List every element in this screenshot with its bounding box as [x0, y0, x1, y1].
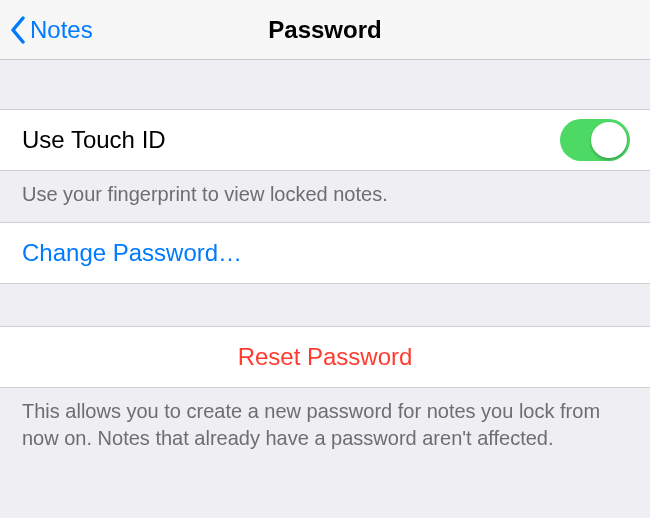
touch-id-footer: Use your fingerprint to view locked note… — [0, 171, 650, 222]
reset-password-row[interactable]: Reset Password — [0, 326, 650, 388]
change-password-row[interactable]: Change Password… — [0, 222, 650, 284]
section-spacer — [0, 60, 650, 109]
reset-password-footer: This allows you to create a new password… — [0, 388, 650, 466]
back-button-label: Notes — [30, 16, 93, 44]
section-spacer — [0, 284, 650, 326]
change-password-label: Change Password… — [22, 239, 242, 267]
touch-id-label: Use Touch ID — [22, 126, 560, 154]
navigation-bar: Notes Password — [0, 0, 650, 60]
touch-id-switch[interactable] — [560, 119, 630, 161]
chevron-left-icon — [10, 16, 26, 44]
reset-password-label: Reset Password — [22, 343, 628, 371]
switch-knob — [591, 122, 627, 158]
back-button[interactable]: Notes — [0, 16, 93, 44]
touch-id-row: Use Touch ID — [0, 109, 650, 171]
page-title: Password — [268, 16, 381, 44]
